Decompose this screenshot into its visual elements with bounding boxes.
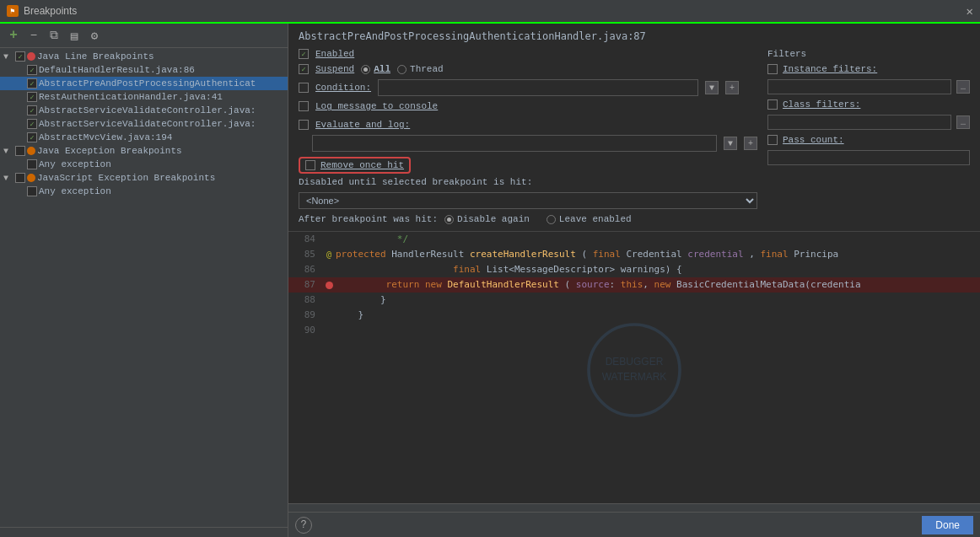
class-filters-more-btn[interactable]: … (956, 115, 970, 129)
line-num-85: 85 (288, 247, 322, 262)
enabled-label[interactable]: Enabled (315, 49, 354, 59)
abstract-service-validate1-label: AbstractServiceValidateController.java: (39, 105, 256, 115)
condition-checkbox[interactable] (299, 83, 309, 93)
eval-add-btn[interactable]: + (744, 137, 757, 150)
disabled-until-select[interactable]: <None> (299, 192, 757, 209)
suspend-label[interactable]: Suspend (315, 64, 354, 74)
title-bar: ⚑ Breakpoints ✕ (0, 0, 980, 24)
code-scrollbar[interactable] (288, 503, 980, 512)
breakpoint-marker-87 (326, 282, 333, 289)
abstract-service-validate1-checkbox[interactable] (27, 105, 37, 115)
all-radio[interactable]: All (361, 64, 390, 74)
code-lines: 84 */ 85 @ protected HandlerResult creat… (288, 232, 980, 338)
evaluate-log-label[interactable]: Evaluate and log: (315, 120, 410, 130)
eval-expand-btn[interactable]: ▼ (724, 137, 737, 150)
paren-open: ( (581, 249, 587, 260)
class-filters-input[interactable] (767, 115, 951, 130)
abstract-pre-post-checkbox[interactable] (27, 78, 37, 89)
disable-again-label: Disable again (457, 214, 530, 224)
java-line-bp-label: Java Line Breakpoints (37, 51, 154, 62)
code-line-89: 89 } (288, 308, 980, 323)
js-exception-checkbox[interactable] (15, 173, 25, 183)
abstract-pre-post-item[interactable]: AbstractPreAndPostProcessingAuthenticat (0, 77, 288, 90)
code-area: DEBUGGER WATERMARK 84 */ 85 @ (288, 232, 980, 512)
enabled-row: Enabled (299, 49, 757, 59)
java-exception-checkbox[interactable] (15, 146, 25, 156)
tree-scrollbar[interactable] (0, 527, 288, 537)
java-exception-any-checkbox[interactable] (27, 159, 37, 169)
pass-count-checkbox[interactable] (767, 135, 778, 145)
default-handler-checkbox[interactable] (27, 65, 37, 75)
java-exception-any-item[interactable]: Any exception (0, 158, 288, 171)
evaluate-log-checkbox[interactable] (299, 120, 309, 130)
rest-auth-checkbox[interactable] (27, 92, 37, 102)
evaluate-input-row: ▼ + (299, 135, 757, 152)
thread-radio[interactable]: Thread (397, 64, 444, 74)
right-config: Filters Instance filters: … Class filter… (767, 49, 970, 224)
condition-add-btn[interactable]: + (725, 81, 739, 94)
instance-filters-checkbox[interactable] (767, 64, 778, 74)
default-handler-item[interactable]: DefaultHandlerResult.java:86 (0, 63, 288, 77)
copy-breakpoint-button[interactable]: ⧉ (46, 27, 62, 44)
title-text: Breakpoints (24, 5, 77, 17)
evaluate-textarea[interactable] (312, 135, 717, 152)
rest-auth-item[interactable]: RestAuthenticationHandler.java:41 (0, 90, 288, 104)
condition-input[interactable] (378, 79, 698, 96)
java-line-breakpoints-header[interactable]: ▼ Java Line Breakpoints (0, 50, 288, 63)
instance-filters-label[interactable]: Instance filters: (783, 64, 877, 74)
condition-row: Condition: ▼ + (299, 79, 757, 96)
remove-once-highlight: Remove once hit (299, 157, 411, 174)
leave-enabled-radio[interactable]: Leave enabled (547, 214, 632, 224)
class-filters-checkbox[interactable] (767, 99, 778, 110)
disable-again-radio[interactable]: Disable again (444, 214, 530, 224)
abstract-mvc-view-checkbox[interactable] (27, 132, 37, 142)
java-line-bp-checkbox[interactable] (15, 51, 25, 62)
java-exception-header[interactable]: ▼ Java Exception Breakpoints (0, 144, 288, 158)
enabled-checkbox[interactable] (299, 49, 309, 59)
protected-kw: protected (336, 249, 391, 260)
group-button[interactable]: ▤ (66, 27, 83, 44)
settings-button[interactable]: ⚙ (86, 27, 103, 44)
add-breakpoint-button[interactable]: + (5, 27, 22, 44)
js-exception-header[interactable]: ▼ JavaScript Exception Breakpoints (0, 171, 288, 185)
class-filters-label[interactable]: Class filters: (783, 99, 860, 110)
thread-radio-circle (397, 65, 407, 74)
abstract-service-validate1-item[interactable]: AbstractServiceValidateController.java: (0, 104, 288, 117)
thread-radio-label: Thread (410, 64, 444, 74)
close-button[interactable]: ✕ (967, 4, 973, 19)
instance-filters-more-btn[interactable]: … (956, 80, 970, 94)
pass-count-input[interactable] (767, 150, 970, 165)
disable-again-circle (444, 215, 454, 224)
js-exception-any-item[interactable]: Any exception (0, 185, 288, 198)
credential-type: Credential (626, 249, 687, 260)
code-line-88: 88 } (288, 293, 980, 308)
remove-once-row: Remove once hit (299, 157, 757, 174)
log-message-checkbox[interactable] (299, 101, 309, 111)
log-message-label[interactable]: Log message to console (315, 101, 438, 111)
js-exception-any-checkbox[interactable] (27, 186, 37, 196)
pass-count-label[interactable]: Pass count: (783, 135, 844, 145)
java-exception-arrow: ▼ (3, 147, 13, 156)
pass-count-input-row (767, 150, 970, 165)
none-dropdown-row: <None> (299, 192, 757, 209)
remove-once-hit-label[interactable]: Remove once hit (320, 160, 404, 170)
leave-enabled-label: Leave enabled (559, 214, 632, 224)
instance-filters-input[interactable] (767, 79, 951, 94)
remove-once-hit-checkbox[interactable] (305, 160, 315, 170)
help-button[interactable]: ? (295, 517, 312, 534)
credential-param: credential (687, 249, 743, 260)
abstract-mvc-view-item[interactable]: AbstractMvcView.java:194 (0, 131, 288, 144)
line-content-84: */ (336, 232, 408, 247)
abstract-service-validate2-item[interactable]: AbstractServiceValidateController.java: (0, 117, 288, 131)
abstract-service-validate2-checkbox[interactable] (27, 119, 37, 129)
condition-label[interactable]: Condition: (315, 83, 371, 93)
class-filters-row: Class filters: (767, 99, 970, 110)
final-kw1: final (593, 249, 627, 260)
condition-expand-btn[interactable]: ▼ (705, 81, 719, 94)
main-layout: + − ⧉ ▤ ⚙ ▼ Java Line Breakpoints Defaul… (0, 24, 980, 537)
all-radio-circle (361, 65, 370, 74)
rest-auth-label: RestAuthenticationHandler.java:41 (39, 92, 223, 102)
suspend-checkbox[interactable] (299, 64, 309, 74)
done-button[interactable]: Done (922, 516, 973, 534)
remove-breakpoint-button[interactable]: − (25, 27, 42, 44)
